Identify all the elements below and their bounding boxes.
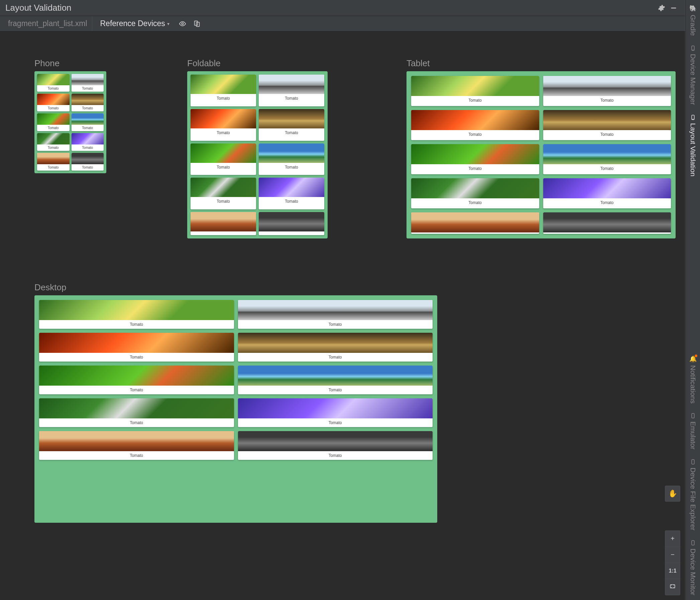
tool-tab-device-monitor[interactable]: Device Monitor <box>689 535 697 600</box>
plant-card[interactable]: Tomato <box>39 431 234 460</box>
plant-card[interactable]: Tomato <box>543 110 671 140</box>
plant-card[interactable]: Tomato <box>411 110 539 140</box>
fit-screen-icon <box>669 583 676 591</box>
plant-card-label: Tomato <box>191 163 256 172</box>
plant-card[interactable]: Tomato <box>259 109 324 141</box>
plant-card[interactable]: Tomato <box>259 75 324 106</box>
tool-tab-label: Notifications <box>689 365 697 403</box>
plant-card-label: Tomato <box>72 144 104 151</box>
layout-validation-icon <box>689 114 696 120</box>
plant-card-label: Tomato <box>238 320 433 329</box>
plant-card[interactable]: Tomato <box>72 94 104 111</box>
layout-canvas[interactable]: Phone Tomato Tomato Tomato Tomato Tomato… <box>0 31 685 600</box>
plant-card-label: Tomato <box>72 105 104 111</box>
gear-icon[interactable] <box>655 2 668 14</box>
svg-rect-10 <box>692 459 694 464</box>
plant-card[interactable]: Tomato <box>72 133 104 151</box>
plant-card[interactable]: Tomato <box>238 333 433 362</box>
plant-card[interactable]: Tomato <box>37 133 70 151</box>
chevron-down-icon: ▾ <box>167 21 170 26</box>
plant-card-label: Tomato <box>37 125 70 131</box>
gradle-icon: 🐘 <box>689 5 697 12</box>
plant-card[interactable]: Tomato <box>72 74 104 92</box>
plant-card[interactable]: Tomato <box>543 144 671 174</box>
plant-card[interactable]: Tomato <box>543 212 671 234</box>
plant-card-label: Tomato <box>39 320 234 329</box>
visibility-toggle-icon[interactable] <box>177 19 188 29</box>
tool-tab-label: Gradle <box>689 15 697 36</box>
notifications-icon: 🔔 <box>689 355 697 363</box>
plant-card-label: Tomato <box>39 451 234 460</box>
minus-icon: − <box>671 551 675 558</box>
tool-tab-device-file-explorer[interactable]: Device File Explorer <box>689 454 697 535</box>
plant-card[interactable]: Tomato <box>191 143 256 175</box>
tool-tab-emulator[interactable]: Emulator <box>689 408 697 454</box>
plant-card[interactable]: Tomato <box>37 94 70 111</box>
plant-card-label: Tomato <box>259 94 324 103</box>
tool-tab-device-manager[interactable]: Device Manager <box>689 41 697 110</box>
tool-tab-notifications[interactable]: 🔔 Notifications <box>689 351 697 408</box>
file-tab[interactable]: fragment_plant_list.xml <box>3 16 92 31</box>
tool-tab-label: Layout Validation <box>689 123 697 176</box>
plant-card[interactable]: Tomato <box>411 178 539 208</box>
plant-card[interactable]: Tomato <box>238 365 433 394</box>
plant-card-label: Tomato <box>191 94 256 103</box>
plant-card[interactable]: Tomato <box>411 144 539 174</box>
emulator-icon <box>689 413 696 419</box>
plant-card[interactable]: Tomato <box>411 212 539 234</box>
plant-card[interactable]: Tomato <box>238 431 433 460</box>
plant-card-label: Tomato <box>238 418 433 427</box>
plant-card-label: Tomato <box>259 163 324 172</box>
plant-card-label: Tomato <box>543 130 671 139</box>
reference-devices-dropdown[interactable]: Reference Devices ▾ <box>97 19 173 28</box>
plant-card[interactable]: Tomato <box>191 109 256 141</box>
plant-card-label: Tomato <box>72 164 104 171</box>
plant-card-label: Tomato <box>543 96 671 105</box>
pan-tool-button[interactable]: ✋ <box>665 486 680 502</box>
device-manager-icon <box>689 45 696 51</box>
tool-tab-layout-validation[interactable]: Layout Validation <box>689 110 697 181</box>
plant-card[interactable]: Tomato <box>39 333 234 362</box>
plant-card[interactable]: Tomato <box>259 177 324 209</box>
tool-tab-label: Emulator <box>689 422 697 450</box>
plant-card[interactable]: Tomato <box>191 177 256 209</box>
plant-card[interactable]: Tomato <box>543 76 671 106</box>
zoom-fit-button[interactable] <box>665 579 680 595</box>
device-label-foldable: Foldable <box>187 58 328 69</box>
plant-card[interactable]: Tomato <box>191 212 256 235</box>
plant-card-label: Tomato <box>543 164 671 173</box>
plant-card[interactable]: Tomato <box>543 178 671 208</box>
plant-card-label: Tomato <box>411 198 539 207</box>
plant-card[interactable]: Tomato <box>72 113 104 131</box>
plant-card[interactable]: Tomato <box>39 398 234 427</box>
zoom-1to1-button[interactable]: 1:1 <box>665 563 680 579</box>
plant-card-label: Tomato <box>37 105 70 111</box>
plant-card[interactable]: Tomato <box>259 212 324 235</box>
plant-card[interactable]: Tomato <box>37 153 70 171</box>
plant-card-label: Tomato <box>37 164 70 171</box>
svg-rect-9 <box>692 413 694 418</box>
tool-window-title: Layout Validation <box>5 3 72 13</box>
plant-card[interactable]: Tomato <box>39 300 234 329</box>
plant-card-label: Tomato <box>238 353 433 362</box>
plant-card-label: Tomato <box>411 130 539 139</box>
zoom-out-button[interactable]: − <box>665 547 680 563</box>
plant-card[interactable]: Tomato <box>411 76 539 106</box>
plant-card[interactable]: Tomato <box>37 113 70 131</box>
plant-card-label: Tomato <box>411 164 539 173</box>
multi-preview-icon[interactable] <box>192 19 202 29</box>
plant-card[interactable]: Tomato <box>191 75 256 106</box>
plant-card[interactable]: Tomato <box>238 398 433 427</box>
plant-card[interactable]: Tomato <box>259 143 324 175</box>
plus-icon: + <box>671 535 675 543</box>
plant-card[interactable]: Tomato <box>39 365 234 394</box>
tool-tab-gradle[interactable]: 🐘 Gradle <box>689 0 697 41</box>
minimize-icon[interactable] <box>668 2 680 14</box>
plant-card[interactable]: Tomato <box>37 74 70 92</box>
plant-card[interactable]: Tomato <box>72 153 104 171</box>
plant-card-label: Tomato <box>39 386 234 394</box>
plant-card[interactable]: Tomato <box>238 300 433 329</box>
zoom-in-button[interactable]: + <box>665 531 680 547</box>
plant-card-label: Tomato <box>37 144 70 151</box>
plant-card-label: Tomato <box>39 353 234 362</box>
